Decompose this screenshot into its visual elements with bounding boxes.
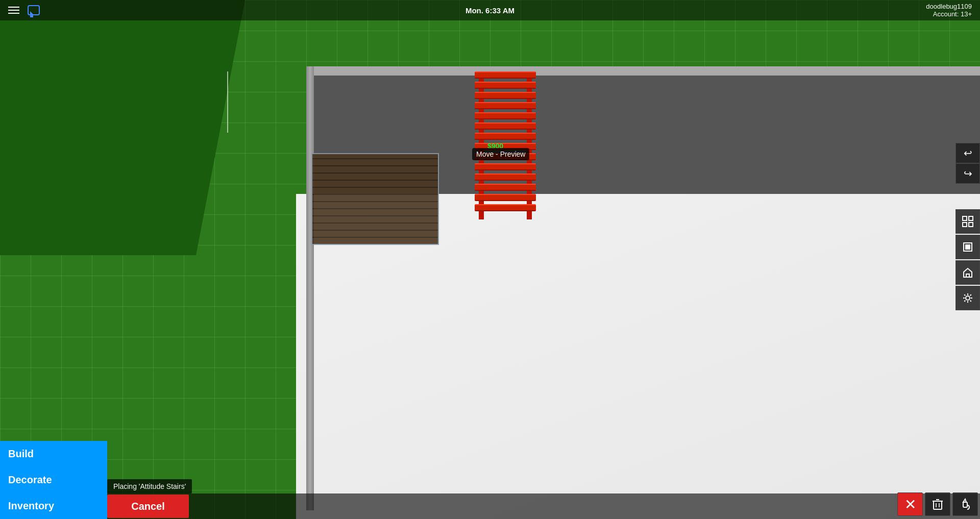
svg-rect-8 xyxy=(934,501,942,509)
delete-red-button[interactable]: ✕ xyxy=(897,492,923,516)
stair-rung xyxy=(475,133,536,140)
right-toolbar xyxy=(955,209,980,310)
bottom-right-actions: ✕ xyxy=(895,490,980,518)
placing-tooltip: Placing 'Attitude Stairs' xyxy=(107,479,192,493)
building-top-edge xyxy=(306,66,980,76)
svg-rect-5 xyxy=(966,245,970,249)
stair-rung xyxy=(475,174,536,181)
undo-button[interactable]: ↩ xyxy=(955,143,980,163)
stair-rung xyxy=(475,92,536,99)
hamburger-menu-button[interactable] xyxy=(8,7,19,14)
account-level: Account: 13+ xyxy=(926,10,972,18)
stair-rung xyxy=(475,122,536,130)
grid-button[interactable] xyxy=(955,209,980,234)
stair-rung xyxy=(475,163,536,170)
stair-rung xyxy=(475,71,536,79)
chat-button[interactable] xyxy=(28,5,40,15)
stair-rung xyxy=(475,82,536,89)
game-viewport: $900 Move - Preview Mon. 6:33 AM doodleb… xyxy=(0,0,980,519)
svg-rect-0 xyxy=(963,216,967,220)
stair-rung xyxy=(475,184,536,191)
home-button[interactable] xyxy=(955,260,980,285)
redo-button[interactable]: ↪ xyxy=(955,163,980,184)
top-bar-left xyxy=(8,5,40,15)
time-display: Mon. 6:33 AM xyxy=(465,6,514,15)
snap-button[interactable] xyxy=(955,235,980,259)
user-info: doodlebug1109 Account: 13+ xyxy=(926,3,972,18)
svg-rect-3 xyxy=(969,223,973,227)
stair-rung xyxy=(475,112,536,119)
svg-rect-6 xyxy=(966,274,969,277)
move-preview-tooltip: Move - Preview xyxy=(472,148,529,160)
cancel-button[interactable]: Cancel xyxy=(107,495,189,518)
wall-divider xyxy=(306,66,314,510)
settings-button[interactable] xyxy=(955,286,980,310)
svg-point-7 xyxy=(966,296,970,300)
decorate-button[interactable]: Decorate xyxy=(0,467,107,493)
stair-rung xyxy=(475,194,536,201)
svg-rect-2 xyxy=(963,223,967,227)
red-stairs-object[interactable] xyxy=(475,71,536,219)
username: doodlebug1109 xyxy=(926,3,972,10)
top-bar: Mon. 6:33 AM doodlebug1109 Account: 13+ xyxy=(0,0,980,20)
build-button[interactable]: Build xyxy=(0,441,107,467)
stair-rung xyxy=(475,204,536,211)
stair-rung xyxy=(475,102,536,109)
svg-rect-1 xyxy=(969,216,973,220)
stair-hole xyxy=(311,153,439,245)
svg-rect-13 xyxy=(963,502,967,507)
undo-redo-panel: ↩ ↪ xyxy=(955,143,980,184)
left-panel: Build Decorate Inventory xyxy=(0,441,107,519)
trash-button[interactable] xyxy=(925,492,950,516)
cursor-line xyxy=(227,71,228,133)
inventory-button[interactable]: Inventory xyxy=(0,493,107,519)
paint-button[interactable] xyxy=(952,492,978,516)
